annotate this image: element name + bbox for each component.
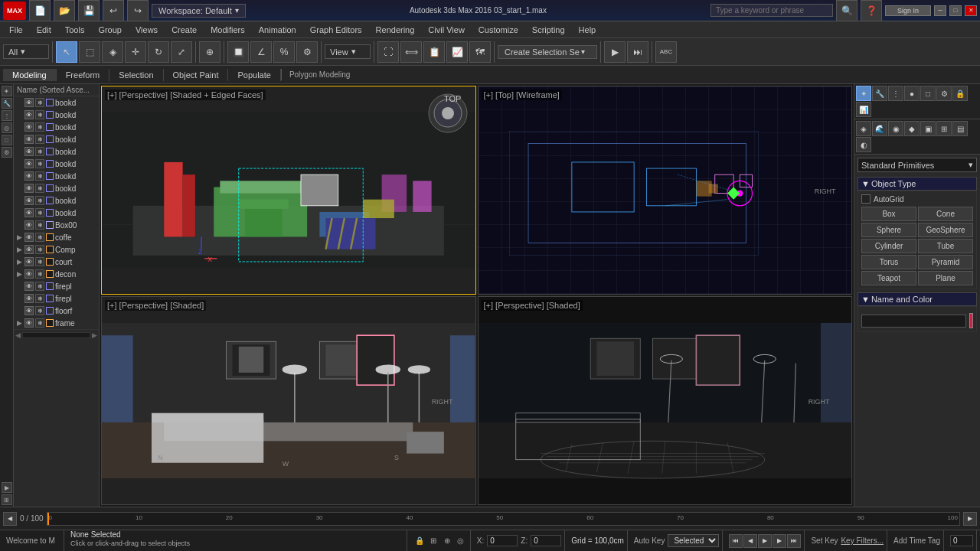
layer-manager[interactable]: 📋 [423, 41, 445, 63]
freeze-icon[interactable]: ❄ [35, 110, 44, 119]
timeline-btn-left[interactable]: ◀ [3, 512, 17, 526]
timeline-btn-right[interactable]: ▶ [963, 512, 977, 526]
scene-item-bookd8[interactable]: 👁 ❄ bookd [14, 182, 99, 194]
filter-dropdown[interactable]: All▾ [3, 44, 49, 59]
menu-rendering[interactable]: Rendering [370, 24, 421, 36]
scene-item-bookd10[interactable]: 👁 ❄ bookd [14, 207, 99, 219]
reference-coord[interactable]: ⊕ [199, 41, 220, 63]
display-icon[interactable]: □ [2, 135, 12, 145]
cylinder-button[interactable]: Cylinder [861, 239, 916, 253]
scene-item-bookd5[interactable]: 👁 ❄ bookd [14, 145, 99, 158]
scene-item-firepl1[interactable]: 👁 ❄ firepl [14, 280, 99, 292]
open-button[interactable]: 📂 [54, 0, 75, 21]
freeze-icon[interactable]: ❄ [35, 257, 44, 266]
eye-icon[interactable]: 👁 [24, 196, 34, 205]
eye-icon[interactable]: 👁 [24, 184, 34, 193]
autogrid-checkbox[interactable] [861, 194, 871, 204]
motion-panel-icon[interactable]: ● [904, 86, 920, 101]
viewport-bl-label[interactable]: [+] [Perspective] [Shaded] [105, 300, 206, 311]
timeline-bar[interactable]: 0 10 20 30 40 50 60 70 80 90 100 [47, 512, 960, 526]
hierarchy-panel-icon[interactable]: ⋮ [888, 86, 903, 101]
scene-item-court[interactable]: ▶ 👁 ❄ court [14, 256, 99, 268]
color-swatch[interactable] [969, 313, 973, 328]
freeze-icon[interactable]: ❄ [35, 196, 44, 205]
go-to-end[interactable]: ⏭ [787, 534, 801, 548]
align-tool[interactable]: ⟺ [400, 41, 422, 63]
scene-item-comp[interactable]: ▶ 👁 ❄ Comp [14, 243, 99, 256]
new-button[interactable]: 📄 [29, 0, 51, 21]
viewport-tr-label[interactable]: [+] [Top] [Wireframe] [482, 90, 562, 100]
rp-r2-1[interactable]: ◈ [856, 121, 871, 136]
eye-icon[interactable]: 👁 [24, 282, 34, 291]
play-anim[interactable]: ▶ [758, 534, 772, 548]
eye-icon[interactable]: 👁 [24, 208, 34, 217]
eye-icon[interactable]: 👁 [24, 147, 34, 156]
sb-lock-icon[interactable]: 🔒 [413, 535, 426, 547]
object-type-header[interactable]: ▼ Object Type [858, 177, 977, 191]
save-button[interactable]: 💾 [78, 0, 100, 21]
modify-icon[interactable]: 🔧 [2, 98, 12, 109]
rp-r2-3[interactable]: ◉ [888, 121, 903, 136]
scene-item-firepl2[interactable]: 👁 ❄ firepl [14, 292, 99, 305]
eye-icon[interactable]: 👁 [24, 306, 34, 315]
scene-item-floorf[interactable]: 👁 ❄ floorf [14, 305, 99, 317]
menu-edit[interactable]: Edit [31, 24, 57, 36]
eye-icon[interactable]: 👁 [24, 98, 34, 107]
standard-primitives-dropdown[interactable]: Standard Primitives ▾ [858, 158, 977, 172]
next-frame[interactable]: ⏭ [627, 41, 648, 63]
menu-views[interactable]: Views [129, 24, 164, 36]
viewport-bl[interactable]: [+] [Perspective] [Shaded] [101, 296, 476, 505]
tab-populate[interactable]: Populate [228, 69, 280, 81]
scroll-left[interactable]: ◀ [15, 331, 21, 339]
eye-icon[interactable]: 👁 [24, 122, 34, 132]
display-toggle[interactable]: ⊞ [2, 494, 12, 505]
tab-object-paint[interactable]: Object Paint [164, 69, 229, 81]
menu-scripting[interactable]: Scripting [526, 24, 571, 36]
help-icon[interactable]: ❓ [861, 0, 882, 21]
percent-snap[interactable]: % [273, 41, 295, 63]
close-button[interactable]: ✕ [965, 5, 977, 16]
freeze-icon[interactable]: ❄ [35, 282, 44, 291]
menu-animation[interactable]: Animation [253, 24, 302, 36]
mirror-tool[interactable]: ⛶ [377, 41, 399, 63]
scene-item-bookd6[interactable]: 👁 ❄ bookd [14, 158, 99, 170]
scene-item-box00[interactable]: 👁 ❄ Box00 [14, 219, 99, 231]
curve-editor[interactable]: 📈 [446, 41, 468, 63]
select-display[interactable]: ▶ [2, 482, 12, 493]
redo-button[interactable]: ↪ [127, 0, 149, 21]
eye-icon[interactable]: 👁 [24, 318, 34, 328]
menu-customize[interactable]: Customize [472, 24, 524, 36]
go-to-start[interactable]: ⏮ [729, 534, 743, 548]
viewport-tr[interactable]: [+] [Top] [Wireframe] [478, 86, 853, 295]
spinner-snap[interactable]: ⚙ [296, 41, 318, 63]
display-panel-icon[interactable]: □ [920, 86, 936, 101]
rp-r2-2[interactable]: 🌊 [872, 121, 887, 136]
z-input[interactable] [531, 535, 561, 546]
utilities-panel-icon[interactable]: ⚙ [936, 86, 952, 101]
workspace-dropdown[interactable]: Workspace: Default▾ [152, 4, 246, 18]
search-icon[interactable]: 🔍 [836, 0, 858, 21]
scene-item-frame[interactable]: ▶ 👁 ❄ frame [14, 317, 99, 329]
tube-button[interactable]: Tube [918, 239, 973, 253]
eye-icon[interactable]: 👁 [24, 220, 34, 230]
tab-freeform[interactable]: Freeform [57, 69, 110, 81]
select-region-tool[interactable]: ⬚ [79, 41, 100, 63]
undo-button[interactable]: ↩ [103, 0, 124, 21]
freeze-icon[interactable]: ❄ [35, 220, 44, 230]
menu-help[interactable]: Help [573, 24, 603, 36]
eye-icon[interactable]: 👁 [24, 294, 34, 303]
menu-modifiers[interactable]: Modifiers [204, 24, 251, 36]
move-tool[interactable]: ✛ [125, 41, 146, 63]
freeze-icon[interactable]: ❄ [35, 98, 44, 107]
cone-button[interactable]: Cone [918, 207, 973, 221]
menu-civil-view[interactable]: Civil View [422, 24, 470, 36]
abc-button[interactable]: ABC [655, 41, 677, 63]
eye-icon[interactable]: 👁 [24, 110, 34, 119]
freeze-icon[interactable]: ❄ [35, 208, 44, 217]
maximize-button[interactable]: □ [949, 5, 962, 16]
eye-icon[interactable]: 👁 [24, 233, 34, 242]
select-filter[interactable]: ◈ [102, 41, 123, 63]
tab-selection[interactable]: Selection [109, 69, 163, 81]
create-selection-button[interactable]: Create Selection Se▾ [498, 45, 597, 59]
freeze-icon[interactable]: ❄ [35, 294, 44, 303]
